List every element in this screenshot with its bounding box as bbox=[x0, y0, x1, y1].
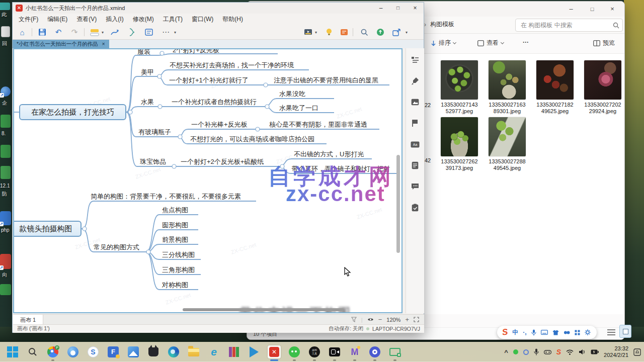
summary-button[interactable] bbox=[126, 27, 137, 38]
taskbar-o-app-icon[interactable] bbox=[368, 345, 381, 358]
desktop-icon-red-app[interactable]: ↗ bbox=[0, 254, 11, 269]
file-item[interactable]: 133530027163 89301.jpeg bbox=[485, 60, 530, 115]
menu-help[interactable]: 帮助(H) bbox=[222, 15, 243, 24]
topic-clothing-tip[interactable]: 2个射灯+反光板 bbox=[173, 48, 219, 55]
topic-fruit-bitten[interactable]: 水果吃了一口 bbox=[279, 104, 318, 113]
topic-fruit[interactable]: 水果 bbox=[141, 98, 154, 107]
topic-glass-tip-2[interactable]: 不想打光的，可以去商场或者咖啡店拍公园 bbox=[190, 135, 314, 144]
input-mode-chinese[interactable]: 中 bbox=[512, 328, 518, 337]
topic-focus[interactable]: 焦点构图 bbox=[162, 206, 188, 215]
taskbar-chrome-icon[interactable]: P bbox=[46, 345, 59, 358]
taskbar-ie-icon[interactable]: e bbox=[207, 345, 220, 358]
tasks-icon[interactable] bbox=[411, 203, 420, 212]
menu-edit[interactable]: 编辑(E) bbox=[47, 15, 67, 24]
taskbar-m-app-icon[interactable]: M bbox=[348, 345, 361, 358]
notes-icon[interactable] bbox=[411, 161, 420, 170]
topic-dropdown[interactable]: ▾ bbox=[100, 27, 105, 38]
sort-button[interactable]: 排序 bbox=[431, 39, 456, 47]
fit-window-icon[interactable] bbox=[414, 317, 419, 322]
taskbar-winrar-icon[interactable] bbox=[227, 345, 240, 358]
file-item[interactable]: 133530027262 39173.jpeg bbox=[437, 117, 482, 171]
desktop-icon-wecom[interactable]: ↗ bbox=[1, 86, 11, 97]
taskbar-sogou-icon[interactable]: S bbox=[87, 345, 100, 358]
zoom-in-button[interactable]: + bbox=[405, 316, 409, 323]
file-item[interactable]: 133530027182 49625.jpeg bbox=[532, 60, 578, 115]
menu-tools[interactable]: 工具(T) bbox=[163, 15, 183, 24]
voice-input-icon[interactable] bbox=[531, 329, 536, 336]
home-button[interactable]: ⌂ bbox=[17, 27, 28, 38]
preview-button[interactable]: 预览 bbox=[593, 39, 615, 47]
taskbar-potplayer-icon[interactable] bbox=[248, 345, 261, 358]
file-label-partial[interactable]: 22 bbox=[425, 102, 431, 108]
idea-button[interactable] bbox=[324, 27, 335, 38]
save-button[interactable] bbox=[37, 27, 48, 38]
soft-keyboard-icon[interactable] bbox=[541, 330, 548, 335]
taskbar-wechat-icon[interactable] bbox=[288, 345, 301, 358]
xmind-close-button[interactable]: × bbox=[407, 3, 424, 14]
desktop-icon-green-file-3[interactable] bbox=[1, 166, 11, 179]
more-tools-dropdown[interactable]: ▾ bbox=[173, 27, 178, 38]
desktop-icon-green-file-4[interactable] bbox=[0, 284, 11, 295]
desktop-icon-recycle-bin[interactable] bbox=[1, 26, 10, 37]
more-tools-button[interactable]: ⋯ bbox=[160, 27, 172, 38]
topic-common-composition[interactable]: 常见的构图方式 bbox=[94, 243, 139, 252]
presentation-dropdown[interactable]: ▾ bbox=[313, 27, 318, 38]
image-panel-icon[interactable] bbox=[411, 98, 420, 107]
topic-nails-tip-1[interactable]: 不想买补光灯去商场拍，找一个干净的环境 bbox=[170, 61, 294, 70]
vertical-scrollbar[interactable] bbox=[396, 155, 400, 253]
tray-wechat-icon[interactable] bbox=[513, 349, 518, 354]
explorer-minimize-button[interactable]: – bbox=[561, 2, 581, 17]
export-dropdown[interactable]: ▾ bbox=[404, 27, 409, 38]
taskbar-f-app-icon[interactable]: F bbox=[107, 345, 120, 358]
topic-jewelry-ushape[interactable]: 不出镜的方式，U形打光 bbox=[294, 150, 364, 159]
xmind-titlebar[interactable]: ✕ 小红书怎么一天拍出一个月的作品.xmind – □ × bbox=[13, 3, 424, 14]
xmind-minimize-button[interactable]: – bbox=[372, 3, 389, 14]
topic-thirds[interactable]: 三分线构图 bbox=[162, 250, 195, 259]
undo-button[interactable]: ↶ bbox=[53, 27, 64, 38]
volume-icon[interactable] bbox=[579, 349, 586, 355]
notification-center-icon[interactable] bbox=[633, 348, 641, 356]
search-input[interactable] bbox=[515, 19, 623, 32]
menu-view[interactable]: 查看(V) bbox=[76, 15, 97, 24]
zoom-out-button[interactable]: − bbox=[378, 316, 382, 323]
desktop-icon-green-file-2[interactable] bbox=[1, 145, 11, 158]
taskbar-file-explorer-icon[interactable] bbox=[187, 345, 200, 358]
punctuation-mode-icon[interactable]: ·, bbox=[523, 329, 526, 336]
tray-sogou-icon[interactable]: S bbox=[556, 348, 561, 356]
menu-modify[interactable]: 修改(M) bbox=[133, 15, 154, 24]
topic-nails-note[interactable]: 注意手出镜的不要背景用纯白的显黑 bbox=[274, 76, 378, 85]
explorer-maximize-button[interactable]: □ bbox=[582, 2, 602, 17]
start-button[interactable] bbox=[6, 345, 19, 358]
topic-clothing[interactable]: 服装 bbox=[137, 48, 150, 56]
topic-glass-tip-1[interactable]: 一个补光棒+反光板 bbox=[191, 120, 248, 129]
more-options-button[interactable]: ··· bbox=[523, 39, 529, 46]
taskbar-photos-icon[interactable] bbox=[127, 345, 140, 358]
insert-topic-button[interactable] bbox=[89, 27, 100, 38]
file-item[interactable]: 133530027143 52977.jpeg bbox=[437, 60, 482, 115]
taskbar-quark-icon[interactable] bbox=[66, 345, 79, 358]
desktop-icon-this-pc[interactable] bbox=[0, 3, 10, 10]
presentation-button[interactable] bbox=[302, 27, 313, 38]
taskbar-screencast-icon[interactable] bbox=[388, 345, 401, 358]
relationship-button[interactable] bbox=[109, 27, 120, 38]
battery-icon[interactable] bbox=[591, 349, 599, 354]
tray-gamepad-icon[interactable] bbox=[544, 349, 551, 355]
topic-jewelry-tip[interactable]: 一个射灯+2个反光板+硫酸纸 bbox=[181, 157, 264, 166]
file-item[interactable]: 133530027202 29924.jpeg bbox=[580, 60, 625, 115]
topic-fruit-uneaten[interactable]: 水果没吃 bbox=[279, 89, 305, 99]
toolbox-grid-icon[interactable] bbox=[575, 330, 580, 335]
document-tab[interactable]: *小红书怎么一天拍出一个月的作品 × bbox=[13, 40, 109, 48]
show-desktop-widget[interactable] bbox=[619, 325, 631, 338]
topic-simple-composition[interactable]: 简单的构图：背景要干净，不要很乱，不要很多元素 bbox=[91, 192, 241, 201]
desktop-icon-php-tool[interactable]: ↗ bbox=[0, 211, 11, 225]
topic-jewelry[interactable]: 珠宝饰品 bbox=[140, 157, 166, 166]
zoom-level[interactable]: 120% bbox=[386, 317, 400, 323]
topic-symmetry[interactable]: 对称构图 bbox=[162, 281, 188, 290]
settings-gear-icon[interactable] bbox=[585, 329, 591, 335]
canvas-tab[interactable]: 画布 1 bbox=[13, 315, 43, 325]
menu-file[interactable]: 文件(F) bbox=[19, 15, 38, 24]
share-button[interactable] bbox=[375, 27, 386, 38]
redo-button[interactable]: ↷ bbox=[69, 27, 80, 38]
topic-triangle[interactable]: 三角形构图 bbox=[162, 265, 195, 275]
taskbar-cat-app-icon[interactable] bbox=[147, 345, 160, 358]
